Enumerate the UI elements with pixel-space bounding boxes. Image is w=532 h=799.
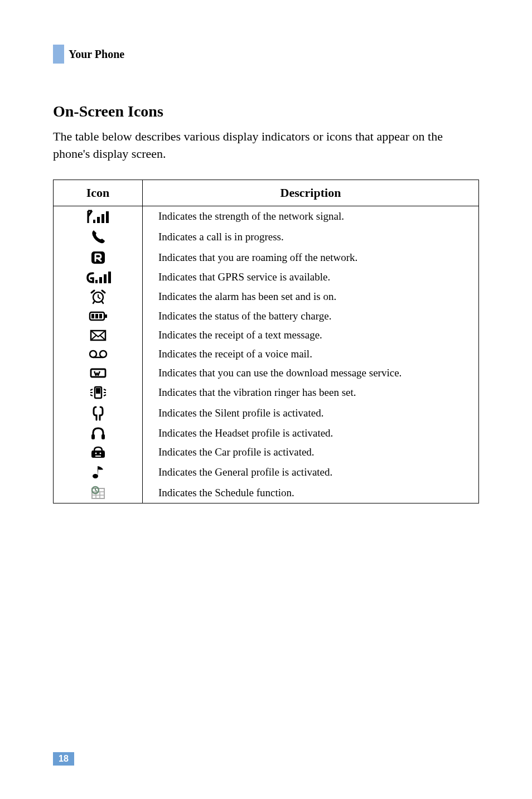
svg-rect-1 — [97, 217, 100, 223]
desc-cell: Indicates that you can use the download … — [143, 364, 479, 382]
desc-cell: Indicates that the vibration ringer has … — [143, 382, 479, 403]
page-header: Your Phone — [53, 45, 479, 64]
desc-cell: Indicates the Car profile is activated. — [143, 443, 479, 462]
headset-profile-icon — [54, 424, 143, 443]
svg-rect-7 — [104, 274, 107, 283]
desc-cell: Indicates a call is in progress. — [143, 226, 479, 248]
schedule-icon — [54, 483, 143, 503]
svg-rect-3 — [106, 211, 109, 223]
desc-cell: Indicates the alarm has been set and is … — [143, 287, 479, 307]
svg-rect-13 — [99, 314, 102, 318]
svg-point-17 — [100, 351, 107, 357]
svg-rect-22 — [91, 434, 95, 439]
svg-point-24 — [95, 452, 96, 454]
call-in-progress-icon — [54, 226, 143, 248]
car-profile-icon — [54, 443, 143, 462]
signal-strength-icon — [54, 206, 143, 226]
svg-point-27 — [93, 474, 98, 478]
download-message-icon — [54, 364, 143, 382]
col-header-icon: Icon — [54, 180, 143, 206]
desc-cell: Indicates the Silent profile is activate… — [143, 403, 479, 424]
svg-rect-11 — [91, 314, 94, 318]
svg-rect-8 — [108, 272, 111, 283]
text-message-icon — [54, 326, 143, 345]
svg-rect-26 — [95, 456, 101, 457]
svg-rect-12 — [95, 314, 98, 318]
svg-point-16 — [90, 351, 96, 357]
desc-cell: Indicates the receipt of a text message. — [143, 326, 479, 345]
svg-rect-5 — [95, 280, 98, 283]
svg-rect-2 — [101, 214, 104, 223]
silent-profile-icon — [54, 403, 143, 424]
svg-rect-14 — [105, 314, 107, 318]
header-accent — [53, 45, 64, 64]
alarm-icon — [54, 287, 143, 307]
desc-cell: Indicates the status of the battery char… — [143, 307, 479, 326]
svg-point-25 — [99, 452, 101, 454]
battery-icon — [54, 307, 143, 326]
page-number: 18 — [53, 752, 74, 766]
col-header-description: Description — [143, 180, 479, 206]
svg-rect-6 — [99, 277, 102, 283]
icons-table: Icon Description Indicates the strength … — [53, 180, 479, 503]
general-profile-icon — [54, 462, 143, 483]
desc-cell: Indicates that GPRS service is available… — [143, 268, 479, 287]
desc-cell: Indicates the receipt of a voice mail. — [143, 345, 479, 364]
roaming-icon — [54, 248, 143, 268]
svg-rect-0 — [93, 220, 95, 223]
section-title: On-Screen Icons — [53, 103, 479, 120]
gprs-icon — [54, 268, 143, 287]
desc-cell: Indicates the Schedule function. — [143, 483, 479, 503]
header-title: Your Phone — [69, 48, 124, 61]
desc-cell: Indicates that you are roaming off the n… — [143, 248, 479, 268]
svg-rect-23 — [101, 434, 105, 439]
section-intro: The table below describes various displa… — [53, 128, 479, 163]
vibration-ringer-icon — [54, 382, 143, 403]
desc-cell: Indicates the Headset profile is activat… — [143, 424, 479, 443]
desc-cell: Indicates the General profile is activat… — [143, 462, 479, 483]
voice-mail-icon — [54, 345, 143, 364]
desc-cell: Indicates the strength of the network si… — [143, 206, 479, 226]
svg-rect-21 — [96, 388, 100, 394]
